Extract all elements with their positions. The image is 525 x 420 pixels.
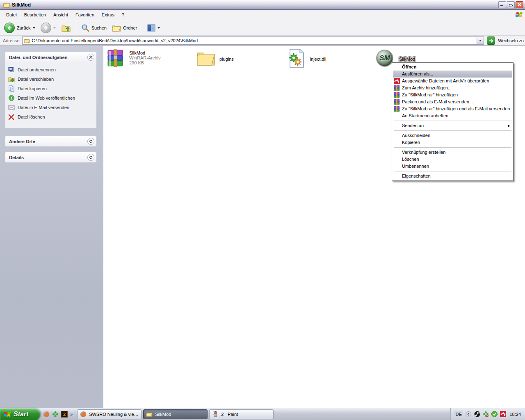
file-tasks-title: Datei- und Ordneraufgaben bbox=[9, 55, 67, 60]
menu-item-delete[interactable]: Löschen bbox=[393, 156, 512, 163]
update-ok-icon[interactable] bbox=[491, 411, 498, 418]
start-button[interactable]: Start bbox=[0, 408, 40, 420]
details-header[interactable]: Details bbox=[5, 152, 96, 162]
two-badge-glyph: 2 bbox=[63, 412, 66, 417]
clock: 18:24 bbox=[509, 412, 521, 417]
file-tile-silkmod-rar[interactable]: SilkMod WinRAR-Archiv 230 KB bbox=[106, 48, 160, 70]
task-label: Datei im Web veröffentlichen bbox=[18, 96, 75, 100]
up-folder-icon bbox=[61, 23, 71, 33]
task-pane: Datei- und Ordneraufgaben Datei umbenenn… bbox=[0, 46, 103, 408]
menu-bearbeiten[interactable]: Bearbeiten bbox=[21, 11, 50, 19]
taskbar-button-firefox-window[interactable]: SWSRO Neuling & viel... bbox=[77, 409, 142, 419]
close-icon bbox=[518, 3, 521, 7]
task-publish-web[interactable]: Datei im Web veröffentlichen bbox=[8, 95, 95, 101]
windows-logo-icon bbox=[513, 10, 525, 20]
views-button[interactable] bbox=[146, 23, 162, 32]
two-badge-icon[interactable]: 2 bbox=[61, 411, 68, 418]
toolbar-separator bbox=[142, 22, 142, 34]
mirc-icon[interactable] bbox=[52, 411, 59, 418]
menu-help[interactable]: ? bbox=[118, 11, 128, 19]
quick-launch-overflow-chevron[interactable]: » bbox=[70, 412, 73, 417]
menu-item-properties[interactable]: Eigenschaften bbox=[393, 173, 512, 180]
collapse-chevron-icon[interactable] bbox=[87, 54, 94, 61]
go-arrow-icon bbox=[489, 39, 493, 43]
forward-button[interactable] bbox=[39, 22, 57, 34]
menu-item-label: Ausgewählte Dateien mit AntiVir überprüf… bbox=[402, 78, 489, 83]
system-tray: DE 18:24 bbox=[450, 408, 525, 420]
menu-item-send-to[interactable]: Senden an bbox=[393, 122, 512, 129]
task-label: Datei umbenennen bbox=[18, 67, 56, 72]
menu-item-add-to-archive[interactable]: Zum Archiv hinzufügen... bbox=[393, 84, 512, 91]
chevron-down-icon bbox=[479, 40, 482, 41]
views-dropdown-icon[interactable] bbox=[158, 27, 160, 29]
move-icon bbox=[8, 76, 15, 82]
menu-favoriten[interactable]: Favoriten bbox=[72, 11, 98, 19]
task-copy[interactable]: Datei kopieren bbox=[8, 85, 95, 92]
firefox-icon[interactable] bbox=[43, 411, 50, 418]
address-input[interactable]: C:\Dokumente und Einstellungen\Berti\Des… bbox=[22, 37, 484, 45]
expand-chevron-icon[interactable] bbox=[87, 154, 94, 161]
task-delete[interactable]: Datei löschen bbox=[8, 114, 95, 120]
close-button[interactable] bbox=[516, 1, 523, 8]
publish-web-icon bbox=[8, 95, 15, 101]
menu-datei[interactable]: Datei bbox=[2, 11, 21, 19]
menu-ansicht[interactable]: Ansicht bbox=[50, 11, 72, 19]
winrar-icon bbox=[394, 85, 400, 91]
language-indicator[interactable]: DE bbox=[454, 411, 463, 418]
window-title: SilkMod bbox=[12, 2, 498, 8]
task-rename[interactable]: Datei umbenennen bbox=[8, 66, 95, 73]
file-tile-plugins[interactable]: plugins bbox=[196, 48, 234, 70]
search-icon bbox=[81, 24, 89, 32]
address-bar: Adresse C:\Dokumente und Einstellungen\B… bbox=[0, 36, 525, 46]
taskbar-button-label: SilkMod bbox=[155, 412, 171, 417]
taskbar-button-paint-window[interactable]: 2 - Paint bbox=[209, 409, 274, 419]
steam-icon[interactable] bbox=[474, 411, 480, 418]
search-button[interactable]: Suchen bbox=[80, 23, 108, 33]
menu-item-rename[interactable]: Umbenennen bbox=[393, 163, 512, 170]
hide-icons-chevron[interactable] bbox=[465, 411, 472, 418]
folder-icon bbox=[3, 2, 10, 8]
back-dropdown-icon[interactable] bbox=[33, 27, 35, 29]
file-tasks-header[interactable]: Datei- und Ordneraufgaben bbox=[5, 52, 96, 62]
context-menu: Öffnen Ausführen als... Ausgewählte Date… bbox=[392, 62, 514, 181]
menu-item-open[interactable]: Öffnen bbox=[393, 64, 512, 71]
file-tile-inject-dll[interactable]: Inject.dll bbox=[286, 48, 326, 70]
menu-item-copy[interactable]: Kopieren bbox=[393, 139, 512, 146]
minimize-button[interactable] bbox=[498, 1, 506, 8]
task-email[interactable]: Datei in E-Mail versenden bbox=[8, 104, 95, 111]
folder-icon bbox=[196, 48, 216, 68]
menu-item-add-to-silkmod-rar[interactable]: Zu "SilkMod.rar" hinzufügen bbox=[393, 91, 512, 98]
address-dropdown-button[interactable] bbox=[477, 37, 484, 44]
email-icon bbox=[8, 104, 15, 111]
menu-item-add-to-rar-and-email[interactable]: Zu "SilkMod.rar" hinzufügen und als E-Ma… bbox=[393, 105, 512, 112]
menu-item-compress-and-email[interactable]: Packen und als E-Mail versenden... bbox=[393, 98, 512, 105]
go-label: Wechseln zu bbox=[498, 38, 524, 43]
folders-button[interactable]: Ordner bbox=[110, 23, 139, 32]
folder-icon bbox=[24, 38, 30, 43]
selected-file-name: SilkMod bbox=[398, 57, 416, 62]
restore-button[interactable] bbox=[507, 1, 515, 8]
menu-extras[interactable]: Extras bbox=[98, 11, 118, 19]
back-button[interactable]: Zurück bbox=[2, 22, 37, 34]
other-places-header[interactable]: Andere Orte bbox=[5, 136, 96, 146]
menu-item-cut[interactable]: Ausschneiden bbox=[393, 132, 512, 139]
taskbar-button-silkmod-window[interactable]: SilkMod bbox=[143, 409, 208, 419]
file-name: Inject.dll bbox=[310, 57, 326, 62]
menu-item-pin-to-start[interactable]: An Startmenü anheften bbox=[393, 112, 512, 119]
menu-item-create-shortcut[interactable]: Verknüpfung erstellen bbox=[393, 149, 512, 156]
toolbar-separator bbox=[76, 22, 76, 34]
go-button[interactable] bbox=[487, 37, 495, 45]
start-label: Start bbox=[14, 411, 28, 418]
task-move[interactable]: Datei verschieben bbox=[8, 76, 95, 82]
firefox-icon bbox=[80, 411, 87, 418]
views-icon bbox=[147, 24, 155, 32]
menu-item-label: Packen und als E-Mail versenden... bbox=[402, 99, 473, 104]
back-icon bbox=[4, 23, 15, 33]
antivir-icon[interactable] bbox=[500, 411, 506, 418]
mirc-offline-icon[interactable] bbox=[482, 411, 489, 418]
expand-chevron-icon[interactable] bbox=[87, 138, 94, 145]
menu-item-antivir-scan[interactable]: Ausgewählte Dateien mit AntiVir überprüf… bbox=[393, 78, 512, 84]
menu-item-run-as[interactable]: Ausführen als... bbox=[393, 71, 512, 78]
up-button[interactable] bbox=[59, 22, 73, 34]
menu-item-label: Zu "SilkMod.rar" hinzufügen bbox=[402, 92, 458, 97]
